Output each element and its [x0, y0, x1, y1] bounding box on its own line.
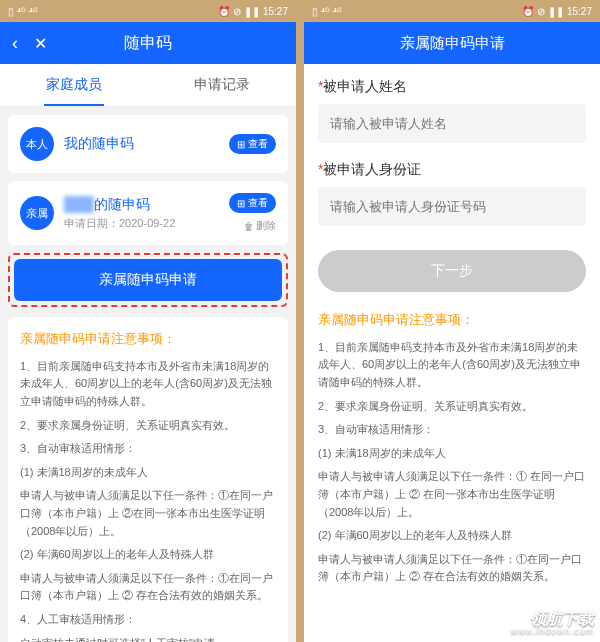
tab-family[interactable]: 家庭成员	[0, 64, 148, 106]
notice-body: 1、目前亲属随申码支持本市及外省市未满18周岁的未成年人、60周岁以上的老年人(…	[318, 339, 586, 586]
trash-icon: 🗑	[244, 221, 254, 232]
status-right: ⏰ ⊘ ❚❚ 15:27	[218, 6, 288, 17]
watermark: 领航下载 www.lhdown.com	[510, 611, 594, 636]
notice-line: 1、目前亲属随申码支持本市及外省市未满18周岁的未成年人、60周岁以上的老年人(…	[20, 358, 276, 411]
tab-records[interactable]: 申请记录	[148, 64, 296, 106]
notice-line: 2、要求亲属身份证明、关系证明真实有效。	[20, 417, 276, 435]
status-time: 15:27	[263, 6, 288, 17]
notice-line: 3、自动审核适用情形：	[20, 440, 276, 458]
status-icons: ⏰ ⊘ ❚❚	[522, 6, 564, 17]
notice-line: (2) 年满60周岁以上的老年人及特殊人群	[20, 546, 276, 564]
notice-line: (1) 未满18周岁的未成年人	[20, 464, 276, 482]
name-label: *被申请人姓名	[318, 78, 586, 96]
notice-line: 申请人与被申请人须满足以下任一条件：① 在同一户口簿（本市户籍）上 ② 在同一张…	[318, 468, 586, 521]
right-screen: ▯ ⁴ᴳ ⁴ᴳ ⏰ ⊘ ❚❚ 15:27 亲属随申码申请 *被申请人姓名 *被申…	[304, 0, 600, 642]
notice-line: 申请人与被申请人须满足以下任一条件：①在同一户口簿（本市户籍）上 ② 存在合法有…	[318, 551, 586, 586]
status-left: ▯ ⁴ᴳ ⁴ᴳ	[312, 6, 342, 17]
back-icon[interactable]: ‹	[12, 33, 18, 54]
relative-date: 申请日期：2020-09-22	[64, 216, 219, 231]
id-label: *被申请人身份证	[318, 161, 586, 179]
notice-line: (1) 未满18周岁的未成年人	[318, 445, 586, 463]
tabs: 家庭成员 申请记录	[0, 64, 296, 107]
notice-line: 申请人与被申请人须满足以下任一条件：①在同一户口簿（本市户籍）上 ②在同一张本市…	[20, 487, 276, 540]
apply-button[interactable]: 亲属随申码申请	[14, 259, 282, 301]
status-icons: ⏰ ⊘ ❚❚	[218, 6, 260, 17]
status-right: ⏰ ⊘ ❚❚ 15:27	[522, 6, 592, 17]
view-button[interactable]: ⊞ 查看	[229, 134, 276, 154]
status-time: 15:27	[567, 6, 592, 17]
qr-icon: ⊞	[237, 198, 245, 209]
notice-panel: 亲属随申码申请注意事项： 1、目前亲属随申码支持本市及外省市未满18周岁的未成年…	[8, 317, 288, 642]
notice-line: 3、自动审核适用情形：	[318, 421, 586, 439]
self-card[interactable]: 本人 我的随申码 ⊞ 查看	[8, 115, 288, 173]
notice-panel: 亲属随申码申请注意事项： 1、目前亲属随申码支持本市及外省市未满18周岁的未成年…	[318, 310, 586, 586]
notice-line: 自动审核未通过时可选择"人工审核"申请。	[20, 635, 276, 642]
status-bar: ▯ ⁴ᴳ ⁴ᴳ ⏰ ⊘ ❚❚ 15:27	[0, 0, 296, 22]
relative-title: ███的随申码	[64, 196, 219, 214]
close-icon[interactable]: ✕	[34, 34, 47, 53]
next-button[interactable]: 下一步	[318, 250, 586, 292]
self-title: 我的随申码	[64, 135, 219, 153]
self-badge: 本人	[20, 127, 54, 161]
notice-line: 1、目前亲属随申码支持本市及外省市未满18周岁的未成年人、60周岁以上的老年人(…	[318, 339, 586, 392]
left-screen: ▯ ⁴ᴳ ⁴ᴳ ⏰ ⊘ ❚❚ 15:27 ‹ ✕ 随申码 家庭成员 申请记录 本…	[0, 0, 296, 642]
name-input[interactable]	[318, 104, 586, 143]
qr-icon: ⊞	[237, 139, 245, 150]
notice-body: 1、目前亲属随申码支持本市及外省市未满18周岁的未成年人、60周岁以上的老年人(…	[20, 358, 276, 642]
id-input[interactable]	[318, 187, 586, 226]
page-title: 随申码	[124, 33, 172, 54]
status-left: ▯ ⁴ᴳ ⁴ᴳ	[8, 6, 38, 17]
page-title: 亲属随申码申请	[316, 34, 588, 53]
watermark-url: www.lhdown.com	[510, 627, 594, 636]
notice-line: 4、人工审核适用情形：	[20, 611, 276, 629]
apply-highlight: 亲属随申码申请	[8, 253, 288, 307]
delete-button[interactable]: 🗑 删除	[244, 219, 276, 233]
notice-title: 亲属随申码申请注意事项：	[318, 310, 586, 331]
nav-header: 亲属随申码申请	[304, 22, 600, 64]
relative-badge: 亲属	[20, 196, 54, 230]
notice-title: 亲属随申码申请注意事项：	[20, 329, 276, 350]
notice-line: (2) 年满60周岁以上的老年人及特殊人群	[318, 527, 586, 545]
relative-card[interactable]: 亲属 ███的随申码 申请日期：2020-09-22 ⊞ 查看 🗑	[8, 181, 288, 245]
view-button[interactable]: ⊞ 查看	[229, 193, 276, 213]
notice-line: 申请人与被申请人须满足以下任一条件：①在同一户口簿（本市户籍）上 ② 存在合法有…	[20, 570, 276, 605]
watermark-main: 领航下载	[530, 611, 594, 627]
status-bar: ▯ ⁴ᴳ ⁴ᴳ ⏰ ⊘ ❚❚ 15:27	[304, 0, 600, 22]
nav-header: ‹ ✕ 随申码	[0, 22, 296, 64]
notice-line: 2、要求亲属身份证明、关系证明真实有效。	[318, 398, 586, 416]
